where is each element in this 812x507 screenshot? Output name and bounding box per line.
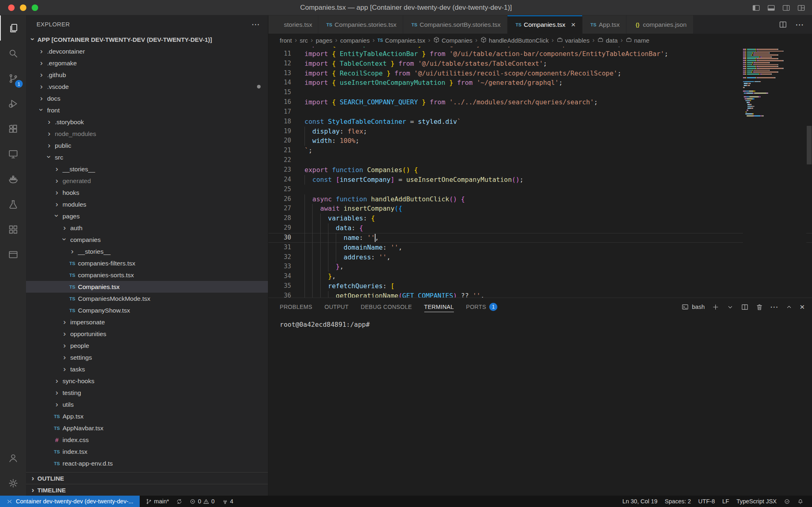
language-indicator[interactable]: TypeScript JSX [733, 496, 780, 507]
tree-item-modules[interactable]: ›modules [26, 198, 268, 210]
code-line[interactable]: 14import { useInsertOneCompanyMutation }… [268, 78, 812, 88]
code-line[interactable]: 13import { RecoilScope } from '@/ui/util… [268, 69, 812, 78]
tree-item-pages[interactable]: ›pages [26, 210, 268, 222]
code-editor[interactable]: 10import { WithTopBarContainer } from '@… [268, 47, 812, 298]
code-line[interactable]: 21`; [268, 146, 812, 155]
workspace-section-header[interactable]: › APP [CONTAINER DEV-TWENTY-DEV (DEV-TWE… [26, 33, 268, 45]
tree-item-public[interactable]: ›public [26, 140, 268, 151]
indentation-indicator[interactable]: Spaces: 2 [661, 496, 695, 507]
breadcrumb-item-variables[interactable]: variables [557, 37, 590, 44]
breadcrumb-item-data[interactable]: data [597, 37, 618, 44]
breadcrumb-item-name[interactable]: name [626, 37, 650, 44]
sidebar-item-kubernetes[interactable] [0, 217, 26, 242]
shell-picker[interactable]: bash [681, 303, 704, 311]
code-line[interactable]: 25 [268, 185, 812, 194]
tree-item-src[interactable]: ›src [26, 151, 268, 163]
sidebar-item-testing[interactable] [0, 192, 26, 217]
line-col-indicator[interactable]: Ln 30, Col 19 [619, 496, 661, 507]
branch-indicator[interactable]: main* [142, 496, 173, 507]
tree-item-front[interactable]: ›front [26, 104, 268, 116]
tree-item-docs[interactable]: ›docs [26, 93, 268, 104]
chevron-down-icon[interactable] [726, 303, 734, 311]
sidebar-item-run-debug[interactable] [0, 91, 26, 116]
problems-indicator[interactable]: 0 0 [186, 496, 218, 507]
customize-layout-icon[interactable] [797, 4, 806, 12]
tree-item-node_modules[interactable]: ›node_modules [26, 128, 268, 140]
code-line[interactable]: 29 data: { [268, 223, 812, 233]
sidebar-item-search[interactable] [0, 41, 26, 66]
tab-Companies.tsx[interactable]: TSCompanies.tsx× [508, 15, 583, 34]
tree-item-testing[interactable]: ›testing [26, 387, 268, 399]
panel-more-actions-icon[interactable]: ⋯ [770, 302, 778, 312]
tab-stories.tsx[interactable]: stories.tsx [268, 15, 318, 34]
code-line[interactable]: 32 address: '', [268, 252, 812, 262]
code-line[interactable]: 19 display: flex; [268, 127, 812, 136]
tree-item-CompanyShow.tsx[interactable]: TSCompanyShow.tsx [26, 304, 268, 316]
outline-section[interactable]: › OUTLINE [26, 472, 268, 484]
tree-item-generated[interactable]: ›generated [26, 175, 268, 187]
code-line[interactable]: 12import { TableContext } from '@/ui/tab… [268, 59, 812, 69]
minimap[interactable] [743, 47, 806, 298]
notifications-button[interactable] [794, 496, 807, 507]
code-line[interactable]: 36 getOperationName(GET_COMPANIES) ?? ''… [268, 291, 812, 298]
close-window-button[interactable] [8, 4, 15, 11]
breadcrumb-item-pages[interactable]: pages [316, 37, 333, 44]
tree-item-impersonate[interactable]: ›impersonate [26, 316, 268, 328]
remote-indicator[interactable]: Container dev-twenty-dev (dev-twenty-dev… [0, 496, 140, 507]
tree-item-CompaniesMockMode.tsx[interactable]: TSCompaniesMockMode.tsx [26, 293, 268, 304]
code-line[interactable]: 34 }, [268, 272, 812, 281]
tree-item-settings[interactable]: ›settings [26, 352, 268, 363]
code-line[interactable]: 24 const [insertCompany] = useInsertOneC… [268, 175, 812, 185]
code-line[interactable]: 15 [268, 88, 812, 97]
tree-item-opportunities[interactable]: ›opportunities [26, 328, 268, 340]
explorer-more-actions-icon[interactable]: ⋯ [252, 19, 260, 29]
tree-item-.ergomake[interactable]: ›.ergomake [26, 57, 268, 69]
ports-indicator[interactable]: 4 [218, 496, 237, 507]
breadcrumb-item-Companies[interactable]: Companies [433, 37, 473, 44]
tab-Companies.sortBy.stories.tsx[interactable]: TSCompanies.sortBy.stories.tsx [403, 15, 508, 34]
eol-indicator[interactable]: LF [719, 496, 733, 507]
code-line[interactable]: 22 [268, 155, 812, 165]
tree-item-.storybook[interactable]: ›.storybook [26, 116, 268, 128]
tree-item-tasks[interactable]: ›tasks [26, 363, 268, 375]
code-line[interactable]: 26 async function handleAddButtonClick()… [268, 194, 812, 204]
terminal[interactable]: root@0a42ecd84891:/app# [268, 316, 812, 496]
new-terminal-icon[interactable] [712, 303, 719, 311]
split-terminal-icon[interactable] [741, 303, 749, 311]
tree-item-.github[interactable]: ›.github [26, 69, 268, 81]
settings-button[interactable] [0, 470, 26, 496]
code-line[interactable]: 31 domainName: '', [268, 243, 812, 252]
formatter-status[interactable] [780, 496, 794, 507]
tab-Companies.stories.tsx[interactable]: TSCompanies.stories.tsx [318, 15, 403, 34]
kill-terminal-icon[interactable] [756, 303, 763, 311]
tree-item-auth[interactable]: ›auth [26, 222, 268, 234]
tree-item-hooks[interactable]: ›hooks [26, 187, 268, 198]
tree-item-sync-hooks[interactable]: ›sync-hooks [26, 375, 268, 387]
tree-item-__stories__[interactable]: ›__stories__ [26, 246, 268, 257]
breadcrumb-item-front[interactable]: front [280, 37, 292, 44]
code-line[interactable]: 27 await insertCompany({ [268, 204, 812, 214]
panel-tab-output[interactable]: OUTPUT [324, 298, 348, 316]
tree-item-App.tsx[interactable]: TSApp.tsx [26, 410, 268, 422]
tree-item-utils[interactable]: ›utils [26, 399, 268, 410]
zoom-window-button[interactable] [32, 4, 38, 11]
code-line[interactable]: 35 refetchQueries: [ [268, 281, 812, 291]
breadcrumb-item-Companies.tsx[interactable]: TSCompanies.tsx [378, 37, 425, 44]
tree-item-Companies.tsx[interactable]: TSCompanies.tsx [26, 281, 268, 293]
tree-item-__stories__[interactable]: ›__stories__ [26, 163, 268, 175]
minimize-window-button[interactable] [20, 4, 26, 11]
code-line[interactable]: 28 variables: { [268, 214, 812, 223]
more-actions-icon[interactable]: ⋯ [795, 20, 804, 30]
toggle-sidebar-icon[interactable] [752, 4, 760, 12]
tree-item-react-app-env.d.ts[interactable]: TSreact-app-env.d.ts [26, 457, 268, 469]
sidebar-item-preview[interactable] [0, 242, 26, 267]
sidebar-item-source-control[interactable]: 1 [0, 66, 26, 91]
tree-item-index.css[interactable]: #index.css [26, 434, 268, 446]
tree-item-AppNavbar.tsx[interactable]: TSAppNavbar.tsx [26, 422, 268, 434]
close-tab-icon[interactable]: × [571, 20, 576, 29]
toggle-panel-icon[interactable] [767, 4, 775, 12]
code-line[interactable]: 11import { EntityTableActionBar } from '… [268, 49, 812, 59]
sidebar-item-explorer[interactable] [0, 15, 26, 41]
tab-companies.json[interactable]: {}companies.json [626, 15, 693, 34]
code-line[interactable]: 20 width: 100%; [268, 136, 812, 146]
